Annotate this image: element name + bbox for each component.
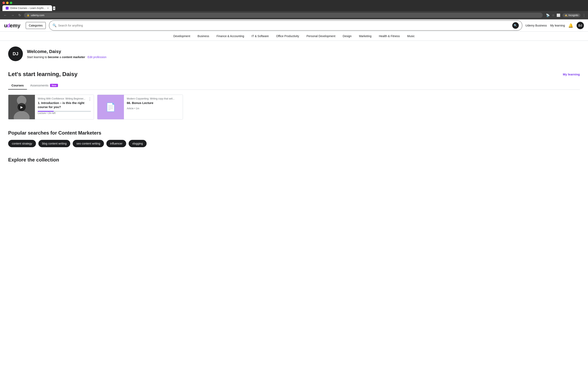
- course-type-2: Article • 1m: [127, 107, 180, 110]
- course-title-2: 66. Bonus Lecture: [127, 101, 180, 105]
- nav-item-design[interactable]: Design: [339, 32, 355, 41]
- address-input-wrap[interactable]: 🔒 udemy.com: [24, 13, 543, 18]
- nav-item-it-software[interactable]: IT & Software: [248, 32, 273, 41]
- tab-close-button[interactable]: ×: [47, 7, 49, 10]
- course-thumb-1: ▶: [8, 95, 35, 119]
- more-button[interactable]: ⋮: [582, 13, 586, 17]
- course-card-1[interactable]: ▶ Writing With Confidence: Writing Begin…: [8, 95, 94, 119]
- play-button-1[interactable]: ▶: [17, 103, 26, 111]
- nav-menu: Development Business Finance & Accountin…: [0, 32, 588, 41]
- active-tab[interactable]: Online Courses – Learn Anythi... ×: [2, 5, 52, 11]
- nav-item-development[interactable]: Development: [170, 32, 194, 41]
- nav-item-office[interactable]: Office Productivity: [272, 32, 303, 41]
- categories-button[interactable]: Categories: [26, 22, 46, 29]
- pill-content-strategy[interactable]: content strategy: [8, 140, 36, 147]
- course-thumb-2: 📄: [97, 95, 124, 119]
- section-title: Let's start learning, Daisy: [8, 71, 78, 77]
- learning-section: Let's start learning, Daisy My learning …: [0, 67, 588, 124]
- address-text: udemy.com: [31, 14, 44, 17]
- nav-item-business[interactable]: Business: [194, 32, 213, 41]
- svg-text:emy: emy: [10, 22, 21, 29]
- cast-button[interactable]: 📡: [546, 13, 550, 17]
- course-info-2: Modern Copywriting: Writing copy that se…: [124, 95, 183, 119]
- incognito-icon: 🕵️: [564, 14, 568, 17]
- welcome-subtext: Start learning to become a content marke…: [27, 55, 106, 59]
- nav-item-finance[interactable]: Finance & Accounting: [213, 32, 248, 41]
- more-options-button-1[interactable]: ⋮: [88, 97, 92, 101]
- nav-item-personal-dev[interactable]: Personal Development: [303, 32, 339, 41]
- notification-button[interactable]: 🔔: [568, 23, 573, 28]
- tab-courses[interactable]: Courses: [8, 82, 27, 90]
- welcome-section: DJ Welcome, Daisy Start learning to beco…: [0, 41, 588, 67]
- address-bar: ← → ↻ 🔒 udemy.com 📡 ☆ ⬜ 🕵️ Incognito ⋮: [0, 11, 588, 19]
- new-badge: New: [50, 84, 58, 87]
- tab-favicon: [6, 7, 9, 9]
- nav-item-health[interactable]: Health & Fitness: [375, 32, 404, 41]
- pill-seo-content-writing[interactable]: seo content writing: [73, 140, 104, 147]
- popular-section: Popular searches for Content Marketers c…: [0, 124, 588, 151]
- search-bar: 🔍 🔍: [49, 20, 522, 31]
- edit-profession-link[interactable]: Edit profession: [87, 55, 107, 59]
- course-meta-2: Modern Copywriting: Writing copy that se…: [127, 97, 180, 100]
- search-icon: 🔍: [52, 24, 57, 27]
- welcome-text: Welcome, Daisy Start learning to become …: [27, 49, 106, 59]
- incognito-button[interactable]: 🕵️ Incognito: [562, 13, 580, 17]
- course-type-1: Lecture • 2m left: [38, 112, 91, 115]
- my-learning-header-button[interactable]: My learning: [550, 24, 565, 27]
- pill-vlogging[interactable]: vlogging: [129, 140, 147, 147]
- my-learning-link[interactable]: My learning: [563, 73, 580, 76]
- search-submit-button[interactable]: 🔍: [512, 22, 519, 29]
- explore-section: Explore the collection: [0, 151, 588, 168]
- udemy-logo[interactable]: u d emy: [4, 22, 22, 29]
- header-right: Udemy Business My learning 🔔 DJ: [526, 22, 584, 29]
- welcome-avatar: DJ: [8, 47, 23, 61]
- avatar[interactable]: DJ: [577, 22, 584, 29]
- popular-title: Popular searches for Content Marketers: [8, 130, 580, 136]
- course-meta-1: Writing With Confidence: Writing Beginne…: [38, 97, 91, 100]
- traffic-light-red[interactable]: [2, 2, 5, 4]
- course-info-1: Writing With Confidence: Writing Beginne…: [35, 95, 94, 119]
- browser-actions: 📡 ☆ ⬜ 🕵️ Incognito ⋮: [546, 13, 586, 17]
- nav-item-music[interactable]: Music: [403, 32, 418, 41]
- nav-item-marketing[interactable]: Marketing: [355, 32, 375, 41]
- search-input[interactable]: [58, 24, 511, 27]
- course-title-1: 1. Introduction – is this the right cour…: [38, 101, 91, 109]
- course-card-2[interactable]: 📄 Modern Copywriting: Writing copy that …: [97, 95, 183, 119]
- bookmark-button[interactable]: ☆: [552, 13, 554, 17]
- tabs: Courses Assessments New: [8, 82, 580, 90]
- welcome-heading: Welcome, Daisy: [27, 49, 106, 54]
- traffic-light-yellow[interactable]: [6, 2, 9, 4]
- tab-title: Online Courses – Learn Anythi...: [10, 7, 45, 9]
- document-icon: 📄: [105, 102, 116, 112]
- lock-icon: 🔒: [27, 14, 30, 17]
- traffic-light-green[interactable]: [10, 2, 12, 4]
- udemy-header: u d emy Categories 🔍 🔍 Udemy Business My…: [0, 19, 588, 32]
- pill-blog-content-writing[interactable]: blog content writing: [38, 140, 70, 147]
- course-cards: ▶ Writing With Confidence: Writing Begin…: [8, 95, 580, 119]
- pill-influencer[interactable]: influencer: [106, 140, 126, 147]
- tab-assessments[interactable]: Assessments New: [27, 82, 61, 90]
- reload-button[interactable]: ↻: [17, 13, 22, 17]
- new-tab-button[interactable]: +: [53, 6, 55, 10]
- section-header: Let's start learning, Daisy My learning: [8, 71, 580, 77]
- split-view-button[interactable]: ⬜: [557, 13, 561, 17]
- forward-button[interactable]: →: [10, 13, 16, 17]
- back-button[interactable]: ←: [2, 13, 8, 17]
- udemy-business-button[interactable]: Udemy Business: [526, 24, 547, 27]
- search-pills: content strategy blog content writing se…: [8, 140, 580, 147]
- explore-title: Explore the collection: [8, 157, 580, 163]
